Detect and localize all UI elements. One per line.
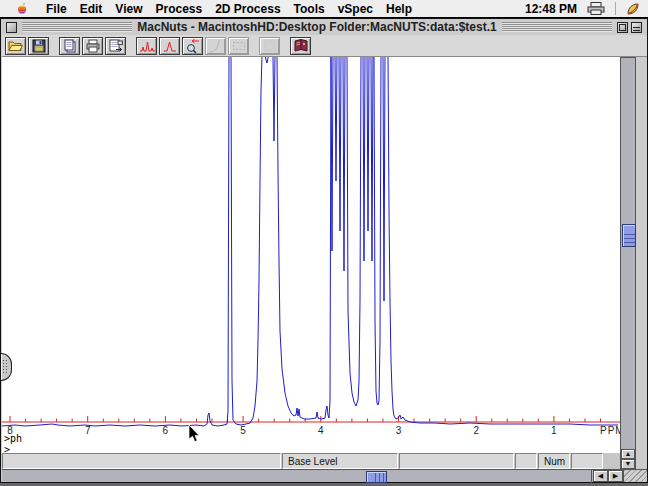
- title-bar[interactable]: MacNuts - MacintoshHD:Desktop Folder:Mac…: [1, 19, 647, 35]
- curve-button: [205, 37, 226, 55]
- axis-tick-label: 4: [315, 425, 327, 436]
- console-line: >ph: [4, 434, 22, 444]
- menu-view[interactable]: View: [115, 2, 142, 16]
- open-folder-button[interactable]: [5, 37, 26, 55]
- axis-tick-label: 2: [470, 425, 482, 436]
- macnuts-window: MacNuts - MacintoshHD:Desktop Folder:Mac…: [0, 18, 648, 483]
- grip-dots-icon: [2, 359, 8, 375]
- menu-edit[interactable]: Edit: [80, 2, 103, 16]
- blank-button: [259, 37, 280, 55]
- menu-list: FileEditViewProcess2D ProcessToolsvSpecH…: [46, 2, 412, 16]
- status-bar: Base LevelNum: [2, 453, 620, 469]
- horizontal-scroll-track[interactable]: [2, 470, 592, 483]
- macnuts-app-icon[interactable]: [626, 2, 640, 16]
- transfer-button[interactable]: [105, 37, 126, 55]
- scroll-right-button[interactable]: ▶: [608, 470, 623, 482]
- scroll-left-button[interactable]: ◀: [593, 470, 608, 482]
- axis-tick-label: 6: [159, 425, 171, 436]
- axis-tick-label: 3: [393, 425, 405, 436]
- scroll-up-button[interactable]: ▲: [621, 449, 635, 459]
- save-icon: [31, 38, 47, 54]
- menu-bar-clock: 12:48 PM: [525, 2, 577, 16]
- status-cell: [2, 453, 281, 469]
- menu-tools[interactable]: Tools: [294, 2, 325, 16]
- status-cell: [571, 453, 603, 469]
- axis-tick-label: 7: [82, 425, 94, 436]
- desktop: FileEditViewProcess2D ProcessToolsvSpecH…: [0, 0, 648, 486]
- menu-file[interactable]: File: [46, 2, 67, 16]
- nmr-spectrum-plot[interactable]: [2, 57, 620, 453]
- status-base-level: Base Level: [282, 453, 398, 469]
- zoom-box[interactable]: [617, 22, 628, 33]
- peak-icon: [162, 38, 178, 54]
- horizontal-scrollbar[interactable]: ◀ ▶: [2, 469, 639, 482]
- horizontal-scroll-thumb[interactable]: [366, 471, 387, 483]
- menu-bar-separator: [615, 2, 616, 15]
- select-region-icon: [231, 38, 247, 54]
- curve-icon: [208, 38, 224, 54]
- axis-tick-label: 1: [548, 425, 560, 436]
- scroll-down-button[interactable]: ▼: [621, 459, 635, 469]
- select-region-button: [228, 37, 249, 55]
- titlebar-stripes-right: [502, 22, 612, 32]
- status-cell: [515, 453, 537, 469]
- menu-bar: FileEditViewProcess2D ProcessToolsvSpecH…: [0, 0, 648, 18]
- menu-help[interactable]: Help: [386, 2, 412, 16]
- vertical-scrollbar[interactable]: ▲ ▼: [620, 57, 636, 469]
- vertical-scroll-thumb[interactable]: [622, 224, 636, 247]
- help-book-icon: [293, 38, 309, 54]
- peak-button[interactable]: [159, 37, 180, 55]
- spectrum-canvas[interactable]: 87654321PPM >ph >: [2, 57, 620, 453]
- copy-button[interactable]: [59, 37, 80, 55]
- help-book-button[interactable]: [290, 37, 311, 55]
- status-cell: [399, 453, 514, 469]
- print-button[interactable]: [82, 37, 103, 55]
- transfer-icon: [108, 38, 124, 54]
- window-title: MacNuts - MacintoshHD:Desktop Folder:Mac…: [137, 20, 496, 34]
- spectrum-button[interactable]: [136, 37, 157, 55]
- apple-logo-icon: [16, 2, 28, 16]
- spectrum-trace: [2, 57, 618, 426]
- print-icon: [85, 38, 101, 54]
- titlebar-stripes-left: [22, 22, 132, 32]
- menu-2d-process[interactable]: 2D Process: [215, 2, 280, 16]
- printer-icon[interactable]: [587, 2, 605, 15]
- apple-menu[interactable]: [16, 2, 28, 16]
- resize-grip[interactable]: [623, 469, 647, 482]
- close-box[interactable]: [6, 22, 17, 33]
- mouse-cursor-icon: [188, 425, 200, 443]
- blank-icon: [262, 38, 278, 54]
- menu-process[interactable]: Process: [155, 2, 202, 16]
- collapse-box[interactable]: [631, 22, 642, 33]
- spectrum-icon: [139, 38, 155, 54]
- console-prompt: >: [4, 445, 10, 453]
- zoom-region-button[interactable]: [182, 37, 203, 55]
- open-folder-icon: [8, 38, 24, 54]
- zoom-region-icon: [185, 38, 201, 54]
- toolbar: [2, 35, 647, 57]
- axis-tick-label: 5: [237, 425, 249, 436]
- copy-icon: [62, 38, 78, 54]
- menu-bar-right: 12:48 PM: [525, 2, 640, 16]
- menu-vspec[interactable]: vSpec: [338, 2, 373, 16]
- axis-unit-label: PPM: [600, 425, 620, 436]
- save-button[interactable]: [28, 37, 49, 55]
- status-num: Num: [538, 453, 570, 469]
